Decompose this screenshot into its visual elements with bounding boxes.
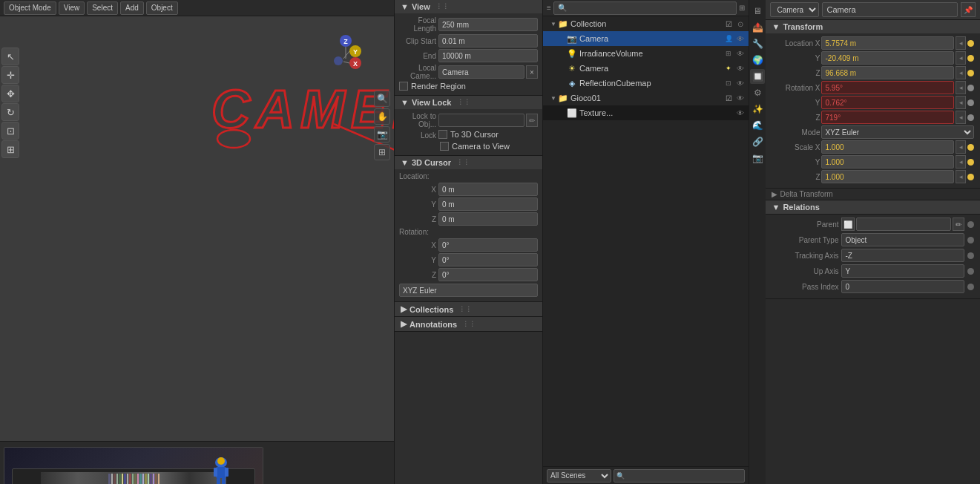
outliner-reflection-item[interactable]: ◈ ReflectionCubemap ⊡ 👁 [543, 76, 749, 91]
scale-y-value[interactable]: 1.000 [821, 155, 954, 169]
loc-z-arrow[interactable]: ◂ [956, 66, 966, 79]
tracking-axis-select[interactable]: -Z [841, 249, 964, 262]
reflect-visibility[interactable]: 👁 [735, 78, 746, 88]
outliner-collection-item[interactable]: ▼ 📁 Collection ☑ ⊙ [543, 16, 749, 31]
parent-eyedropper-btn[interactable]: ✏ [953, 218, 964, 231]
loc-x-value[interactable]: 5.7574 m [821, 36, 954, 50]
viewport-add-btn[interactable]: Add [120, 1, 144, 15]
camera-field[interactable]: Camera [438, 65, 524, 79]
lock-obj-input[interactable] [438, 114, 524, 127]
gioco-expand[interactable]: ▼ [549, 94, 558, 102]
cursor-header[interactable]: ▼ 3D Cursor ⋮⋮ [395, 156, 542, 169]
gioco-visibility[interactable]: 👁 [735, 93, 746, 103]
object-name-field[interactable] [822, 2, 958, 17]
annotations-header[interactable]: ▶ Annotations ⋮⋮ [395, 317, 542, 331]
clip-value[interactable]: 0.01 m [438, 34, 538, 48]
loc-x-arrow[interactable]: ◂ [956, 36, 966, 50]
zoom-icon[interactable]: 🔍 [374, 91, 390, 107]
viewport[interactable]: Object Mode View Select Add Object [0, 0, 394, 484]
to-3d-cursor-checkbox[interactable] [438, 130, 447, 139]
outliner-gioco01-item[interactable]: ▼ 📁 Gioco01 ☑ 👁 [543, 91, 749, 105]
props-tab-world[interactable]: 🌍 [750, 53, 765, 68]
rot-mode-select[interactable]: XYZ Euler [821, 125, 974, 139]
collection-restrict-icon[interactable]: ⊙ [735, 19, 746, 29]
props-tab-physics[interactable]: 🌊 [750, 118, 765, 133]
props-tab-scene[interactable]: 🔧 [750, 36, 765, 51]
light-visibility[interactable]: 👁 [735, 63, 746, 73]
outliner-display-mode[interactable]: All Scenes [547, 469, 611, 483]
outliner-camera-item[interactable]: 📷 Camera 👤 👁 [543, 31, 749, 46]
select-tool-btn[interactable]: ↖ [1, 48, 19, 65]
camera-visibility[interactable]: 👁 [735, 33, 746, 44]
rot-y-value[interactable]: 0.762° [821, 96, 954, 109]
loc-z-value[interactable]: 96.668 m [821, 66, 954, 79]
cursor-tool-btn[interactable]: ✛ [1, 66, 19, 84]
crx-value[interactable]: 0° [438, 238, 538, 252]
viewport-select-btn[interactable]: Select [87, 1, 118, 15]
view-section-header[interactable]: ▼ View ⋮⋮ [395, 0, 542, 13]
outliner-search[interactable] [553, 1, 737, 15]
collections-header[interactable]: ▶ Collections ⋮⋮ [395, 302, 542, 316]
parent-type-select[interactable]: Object [841, 233, 964, 246]
end-value[interactable]: 10000 m [438, 49, 538, 62]
tex-expand[interactable] [558, 108, 567, 117]
gioco-checkbox[interactable]: ☑ [723, 93, 734, 103]
props-tab-modifier[interactable]: ⚙ [750, 85, 765, 100]
transform-tool-btn[interactable]: ⊞ [1, 140, 19, 158]
scale-z-value[interactable]: 1.000 [821, 170, 954, 183]
camera-expand[interactable] [558, 34, 567, 43]
loc-y-arrow[interactable]: ◂ [956, 51, 966, 65]
outliner-irradiance-item[interactable]: 💡 IrradianceVolume ⊞ 👁 [543, 46, 749, 61]
props-tab-object[interactable]: 🔲 [750, 69, 765, 84]
rotate-tool-btn[interactable]: ↻ [1, 103, 19, 121]
grid-icon[interactable]: ⊞ [374, 144, 390, 160]
rot-y-arrow[interactable]: ◂ [956, 96, 966, 109]
outliner-texture-item[interactable]: ⬜ Texture... 👁 [543, 105, 749, 120]
camera-to-view-checkbox[interactable] [440, 142, 449, 151]
rot-z-value[interactable]: 719° [821, 111, 954, 124]
transform-header[interactable]: ▼ Transform [766, 20, 980, 33]
cry-value[interactable]: 0° [438, 253, 538, 266]
render-region-checkbox[interactable] [399, 82, 408, 91]
relations-header[interactable]: ▼ Relations [766, 200, 980, 215]
cursor-mode-select[interactable]: XYZ Euler [399, 284, 538, 297]
object-mode-dropdown[interactable]: Camera [770, 2, 819, 17]
irr-expand[interactable] [558, 49, 567, 58]
loc-y-value[interactable]: -20.409 m [821, 51, 954, 65]
collection-expand[interactable]: ▼ [549, 19, 558, 28]
light-expand[interactable] [558, 64, 567, 73]
props-tab-constraint[interactable]: 🔗 [750, 134, 765, 149]
delta-header[interactable]: ▶ Delta Transform [766, 189, 980, 200]
move-tool-btn[interactable]: ✥ [1, 85, 19, 102]
pass-index-value[interactable]: 0 [841, 280, 964, 293]
viewport-content[interactable]: CAMERA Z [0, 16, 394, 484]
viewport-view-btn[interactable]: View [59, 1, 85, 15]
tex-visibility[interactable]: 👁 [735, 108, 746, 118]
view-lock-header[interactable]: ▼ View Lock ⋮⋮ [395, 96, 542, 109]
rot-x-value[interactable]: 5.95° [821, 81, 954, 94]
props-tab-data[interactable]: 📷 [750, 151, 765, 166]
lock-eyedropper[interactable]: ✏ [526, 114, 538, 127]
props-pin-btn[interactable]: 📌 [961, 2, 976, 17]
rot-x-arrow[interactable]: ◂ [956, 81, 966, 94]
cx-value[interactable]: 0 m [438, 183, 538, 196]
parent-input[interactable] [856, 218, 951, 231]
up-axis-select[interactable]: Y [841, 264, 964, 278]
props-tab-particle[interactable]: ✨ [750, 102, 765, 117]
viewport-object-btn[interactable]: Object [146, 1, 178, 15]
focal-value[interactable]: 250 mm [438, 18, 538, 31]
camera-icon[interactable]: 📷 [374, 126, 390, 143]
outliner-options-icon[interactable]: ⊞ [739, 4, 745, 12]
scale-y-arrow[interactable]: ◂ [956, 155, 966, 169]
props-tab-output[interactable]: 📤 [750, 20, 765, 35]
rot-z-arrow[interactable]: ◂ [956, 111, 966, 124]
outliner-view-filter[interactable]: 🔍 [614, 469, 746, 483]
scale-x-value[interactable]: 1.000 [821, 140, 954, 154]
parent-icon-btn[interactable]: ⬜ [841, 218, 855, 231]
cz-value[interactable]: 0 m [438, 212, 538, 226]
outliner-light-item[interactable]: ☀ Camera ✦ 👁 [543, 61, 749, 76]
cy-value[interactable]: 0 m [438, 197, 538, 211]
irr-visibility[interactable]: 👁 [735, 48, 746, 59]
scale-z-arrow[interactable]: ◂ [956, 170, 966, 183]
hand-icon[interactable]: ✋ [374, 108, 390, 125]
